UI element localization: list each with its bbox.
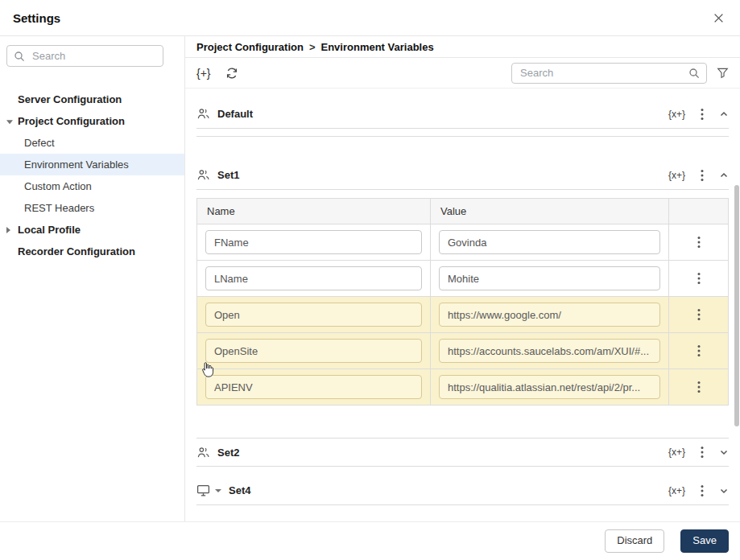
sidebar-item-recorder-configuration[interactable]: Recorder Configuration — [0, 241, 184, 262]
variable-name-input[interactable] — [205, 339, 422, 363]
column-header-name: Name — [197, 199, 431, 224]
sidebar: Server Configuration Project Configurati… — [0, 36, 185, 521]
vertical-scrollbar[interactable] — [734, 185, 739, 426]
variables-search[interactable] — [511, 63, 707, 84]
sidebar-item-rest-headers[interactable]: REST Headers — [0, 197, 184, 219]
section-header-default[interactable]: Default {x+} — [196, 100, 729, 129]
variable-sets-list: Default {x+} Set1 — [185, 89, 740, 521]
kebab-icon — [701, 169, 704, 182]
add-variable-button[interactable]: {x+} — [668, 170, 685, 181]
caret-down-icon[interactable] — [215, 489, 221, 492]
variables-search-input[interactable] — [519, 66, 684, 80]
filter-button[interactable] — [717, 67, 729, 79]
chevron-up-icon — [719, 171, 729, 180]
sidebar-item-label: REST Headers — [24, 202, 94, 214]
sidebar-item-custom-action[interactable]: Custom Action — [0, 175, 184, 197]
breadcrumb: Project Configuration > Environment Vari… — [185, 36, 740, 58]
variable-name-input[interactable] — [205, 375, 422, 399]
sidebar-item-label: Project Configuration — [18, 115, 125, 127]
add-variable-button[interactable]: {x+} — [668, 485, 685, 496]
filter-icon — [717, 67, 729, 79]
column-header-value: Value — [431, 199, 669, 224]
column-header-actions — [669, 199, 729, 224]
row-menu-button[interactable] — [669, 344, 728, 357]
sidebar-item-defect[interactable]: Defect — [0, 132, 184, 154]
refresh-icon — [225, 67, 238, 80]
sidebar-item-label: Defect — [24, 137, 55, 149]
section-menu-button[interactable] — [701, 108, 704, 121]
add-variable-button[interactable]: {x+} — [668, 447, 685, 458]
content-panel: Project Configuration > Environment Vari… — [185, 36, 740, 521]
section-name: Default — [217, 108, 253, 120]
save-button[interactable]: Save — [680, 529, 729, 552]
chevron-down-icon — [719, 447, 729, 457]
collapse-button[interactable] — [719, 109, 729, 119]
variable-value-input[interactable] — [439, 303, 660, 327]
section-menu-button[interactable] — [701, 484, 704, 497]
table-row — [197, 333, 729, 369]
section-name: Set2 — [217, 447, 239, 459]
search-icon — [688, 68, 700, 79]
row-menu-button[interactable] — [669, 308, 728, 321]
caret-down-icon — [6, 120, 13, 124]
group-icon — [196, 168, 210, 182]
group-icon — [196, 107, 210, 121]
section-header-set4[interactable]: Set4 {x+} — [196, 476, 729, 505]
sidebar-search-input[interactable] — [31, 49, 156, 63]
sidebar-item-environment-variables[interactable]: Environment Variables — [0, 154, 184, 175]
refresh-button[interactable] — [225, 67, 238, 80]
sidebar-item-label: Recorder Configuration — [18, 245, 135, 257]
sidebar-item-project-configuration[interactable]: Project Configuration — [0, 110, 184, 132]
close-icon — [713, 13, 724, 23]
kebab-icon — [701, 484, 704, 497]
kebab-icon — [697, 308, 701, 321]
section-name: Set1 — [217, 169, 239, 181]
variable-name-input[interactable] — [205, 266, 422, 290]
variable-name-input[interactable] — [205, 230, 422, 254]
variable-value-input[interactable] — [439, 375, 660, 399]
section-menu-button[interactable] — [701, 446, 704, 459]
variable-value-input[interactable] — [439, 230, 660, 254]
variable-value-input[interactable] — [439, 266, 660, 290]
collapse-button[interactable] — [719, 171, 729, 180]
dialog-title: Settings — [13, 11, 60, 25]
search-icon — [14, 51, 25, 62]
toolbar: {+} — [185, 58, 740, 89]
section-header-set2[interactable]: Set2 {x+} — [196, 438, 729, 467]
breadcrumb-environment-variables: Environment Variables — [320, 41, 433, 53]
sidebar-search[interactable] — [6, 45, 163, 67]
row-menu-button[interactable] — [669, 272, 728, 285]
table-header-row: Name Value — [197, 199, 729, 224]
add-variable-set-button[interactable]: {+} — [196, 67, 211, 80]
settings-dialog: Settings Server Configuration Project Co… — [0, 0, 740, 560]
monitor-icon — [196, 484, 210, 496]
discard-button[interactable]: Discard — [605, 529, 664, 552]
sidebar-item-label: Environment Variables — [24, 159, 129, 171]
close-button[interactable] — [709, 9, 727, 27]
footer: Discard Save — [0, 521, 740, 560]
table-row — [197, 297, 729, 333]
variable-name-input[interactable] — [205, 303, 422, 327]
table-row — [197, 369, 729, 406]
section-header-set1[interactable]: Set1 {x+} — [196, 161, 729, 190]
sidebar-item-label: Local Profile — [18, 224, 81, 236]
section-menu-button[interactable] — [701, 169, 704, 182]
add-variable-button[interactable]: {x+} — [668, 109, 685, 120]
expand-button[interactable] — [719, 447, 729, 457]
kebab-icon — [697, 344, 701, 357]
row-menu-button[interactable] — [669, 236, 728, 249]
kebab-icon — [697, 236, 701, 249]
expand-button[interactable] — [719, 486, 729, 496]
kebab-icon — [697, 381, 701, 393]
variable-value-input[interactable] — [439, 339, 660, 363]
group-icon — [196, 446, 210, 459]
sidebar-item-server-configuration[interactable]: Server Configuration — [0, 89, 184, 110]
default-section-body — [196, 129, 729, 137]
table-row — [197, 261, 729, 297]
breadcrumb-project-configuration[interactable]: Project Configuration — [196, 41, 304, 53]
sidebar-item-local-profile[interactable]: Local Profile — [0, 219, 184, 241]
row-menu-button[interactable] — [669, 381, 728, 393]
section-name: Set4 — [229, 484, 250, 496]
sidebar-item-label: Server Configuration — [18, 93, 122, 105]
titlebar: Settings — [0, 0, 740, 36]
